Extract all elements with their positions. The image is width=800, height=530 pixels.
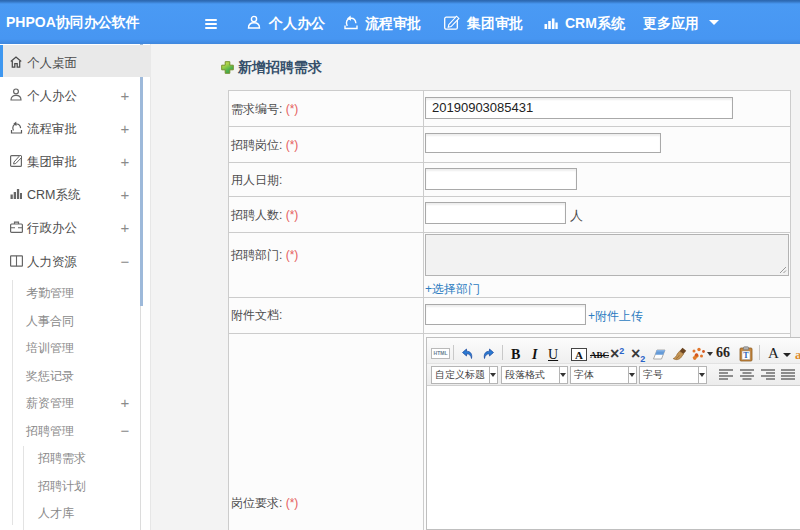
svg-text:T: T — [743, 351, 749, 360]
